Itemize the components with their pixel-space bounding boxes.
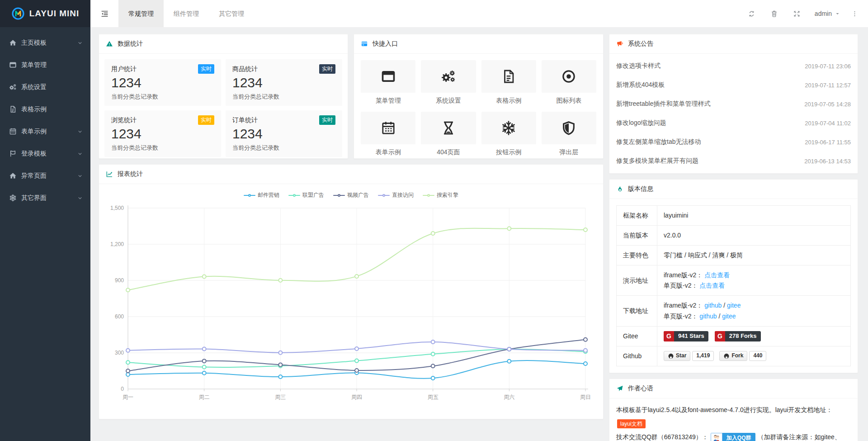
collapse-sidebar-button[interactable] (90, 0, 118, 27)
notice-text: 修复多模块菜单栏展开有问题 (616, 157, 698, 165)
link[interactable]: gitee (722, 313, 736, 320)
more-menu-button[interactable] (846, 0, 863, 27)
github-count[interactable]: 1,419 (692, 351, 714, 361)
quick-entry-item[interactable]: 404页面 (421, 112, 476, 156)
panel-header: 版本信息 (609, 180, 858, 199)
stat-card-title: 用户统计 (111, 65, 137, 73)
version-row: GiteeG941 StarsG278 Forks (617, 326, 851, 346)
chevron-icon (77, 128, 83, 135)
realtime-badge: 实时 (198, 115, 214, 125)
legend-item[interactable]: 视频广告 (333, 191, 369, 199)
home-icon (9, 172, 17, 180)
link[interactable]: github (704, 302, 722, 309)
sidebar-item-window[interactable]: 菜单管理 (0, 54, 90, 76)
chevron-down-icon (77, 173, 83, 179)
text: 单页版-v2： (664, 282, 699, 289)
panel-header: 报表统计 (99, 165, 603, 184)
author-text: 本模板基于layui2.5.4以及font-awesome-4.7.0进行实现。… (616, 406, 832, 413)
nav-tab[interactable]: 其它管理 (209, 0, 254, 27)
link[interactable]: 点击查看 (699, 282, 725, 289)
legend-item[interactable]: 邮件营销 (244, 191, 279, 199)
stat-card-desc: 当前分类总记录数 (232, 144, 335, 152)
legend-marker (423, 195, 434, 196)
version-row-label: Gitee (617, 326, 657, 346)
join-qq-group-badge[interactable]: 加入QQ群 (711, 433, 755, 441)
github-button-group: Fork440 (719, 351, 766, 361)
link[interactable]: gitee (727, 302, 741, 309)
version-value-line: iframe版-v2： 点击查看 (664, 270, 844, 280)
kebab-icon (851, 10, 858, 17)
expand-icon (793, 10, 801, 18)
svg-text:周一: 周一 (123, 394, 133, 400)
realtime-badge: 实时 (319, 115, 335, 125)
author-paragraph: 技术交流QQ群（667813249）：加入QQ群（加群请备注来源：如gitee、… (616, 430, 851, 441)
github-star-button[interactable]: Star (664, 351, 690, 361)
stat-card-desc: 当前分类总记录数 (111, 93, 214, 101)
version-row-label: 演示地址 (617, 266, 657, 296)
notice-text: 新增treetable插件和菜单管理样式 (616, 100, 710, 108)
header-actions: admin (741, 0, 868, 27)
version-row-value: 零门槛 / 响应式 / 清爽 / 极简 (657, 246, 851, 266)
panel-title: 作者心语 (628, 384, 653, 393)
link[interactable]: github (699, 313, 717, 320)
gitee-badge[interactable]: G941 Stars (664, 331, 708, 341)
stat-card: 商品统计实时1234当前分类总记录数 (226, 59, 342, 106)
version-row-label: 当前版本 (617, 226, 657, 246)
text: iframe版-v2： (664, 302, 704, 309)
sidebar-item-snow[interactable]: 其它界面 (0, 187, 90, 209)
quick-entry-item[interactable]: 菜单管理 (361, 60, 415, 105)
legend-item[interactable]: 搜索引擎 (423, 191, 458, 199)
fullscreen-button[interactable] (786, 0, 808, 27)
realtime-badge: 实时 (319, 64, 335, 74)
sidebar-menu: 主页模板菜单管理系统设置表格示例表单示例登录模板异常页面其它界面 (0, 27, 90, 209)
gitee-badge[interactable]: G278 Forks (715, 331, 761, 341)
panel-header: 系统公告 (609, 34, 858, 54)
cogs-icon (9, 83, 17, 91)
github-icon (668, 353, 674, 359)
user-menu[interactable]: admin (808, 0, 846, 27)
quick-entry-item[interactable]: 系统设置 (421, 60, 476, 105)
version-row-value: iframe版-v2： github / gitee单页版-v2： github… (657, 296, 851, 326)
legend-marker-dot (382, 194, 385, 197)
sidebar-item-home[interactable]: 主页模板 (0, 32, 90, 54)
sidebar-item-file[interactable]: 表格示例 (0, 98, 90, 120)
stat-card-top: 订单统计实时 (232, 115, 335, 125)
quick-entry-item[interactable]: 图标列表 (542, 60, 596, 105)
refresh-icon (748, 10, 755, 18)
version-row: 演示地址iframe版-v2： 点击查看单页版-v2： 点击查看 (617, 266, 851, 296)
github-count[interactable]: 440 (749, 351, 766, 361)
link[interactable]: 点击查看 (704, 271, 730, 279)
stat-card: 用户统计实时1234当前分类总记录数 (104, 59, 221, 106)
chevron-down-icon (77, 40, 83, 46)
quick-entry-item[interactable]: 表单示例 (361, 112, 415, 156)
quick-entry-item[interactable]: 按钮示例 (481, 112, 536, 156)
layui-docs-badge[interactable]: layui文档 (617, 419, 646, 428)
nav-tab[interactable]: 组件管理 (164, 0, 209, 27)
panel-author-words: 作者心语 本模板基于layui2.5.4以及font-awesome-4.7.0… (609, 379, 858, 441)
legend-marker (333, 195, 345, 196)
refresh-button[interactable] (741, 0, 763, 27)
github-fork-button[interactable]: Fork (719, 351, 747, 361)
stat-card-value: 1234 (111, 75, 214, 90)
sidebar-item-flag[interactable]: 登录模板 (0, 142, 90, 165)
logo: LAYUI MINI (0, 0, 90, 27)
notice-list: 修改选项卡样式2019-07-11 23:06新增系统404模板2019-07-… (609, 54, 858, 173)
notice-text: 修改选项卡样式 (616, 62, 660, 70)
panel-title: 快捷入口 (373, 40, 398, 48)
sidebar-item-home[interactable]: 异常页面 (0, 165, 90, 187)
version-row-label: Github (617, 346, 657, 366)
clear-button[interactable] (763, 0, 786, 27)
legend-item[interactable]: 联盟广告 (288, 191, 324, 199)
nav-tab[interactable]: 常规管理 (118, 0, 164, 27)
quick-entry-item[interactable]: 弹出层 (542, 112, 596, 156)
sidebar-item-calendar[interactable]: 表单示例 (0, 120, 90, 142)
sidebar-item-cogs[interactable]: 系统设置 (0, 76, 90, 98)
quick-entry-item[interactable]: 表格示例 (481, 60, 536, 105)
shield-icon (561, 120, 576, 136)
legend-item[interactable]: 直接访问 (378, 191, 414, 199)
version-row: 框架名称layuimini (617, 206, 851, 226)
legend-marker (288, 195, 300, 196)
file-icon (9, 105, 17, 113)
github-icon (668, 353, 674, 359)
legend-marker-dot (293, 194, 296, 197)
